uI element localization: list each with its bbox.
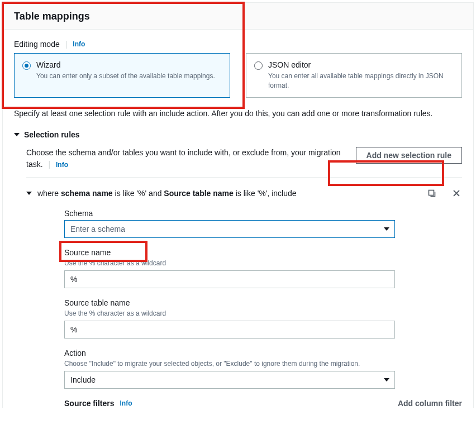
copy-rule-button[interactable] (426, 188, 437, 199)
editing-mode-info-link[interactable]: Info (73, 40, 85, 48)
source-filters-label: Source filters (64, 399, 114, 408)
action-select[interactable]: Include (64, 371, 395, 389)
action-hint: Choose "Include" to migrate your selecte… (64, 360, 395, 368)
divider (26, 177, 462, 178)
selection-rules-desc: Choose the schema and/or tables you want… (26, 148, 341, 169)
radio-icon (22, 61, 31, 70)
source-table-hint: Use the % character as a wildcard (64, 309, 395, 317)
instruction-text: Specify at least one selection rule with… (14, 109, 462, 118)
mode-json-desc: You can enter all available table mappin… (268, 72, 454, 90)
mode-wizard-title: Wizard (36, 60, 215, 69)
selection-rules-toggle[interactable]: Selection rules (14, 130, 462, 139)
source-table-label: Source table name (64, 298, 395, 307)
delete-rule-button[interactable] (451, 188, 462, 199)
source-table-input[interactable] (64, 321, 395, 339)
panel-title: Table mappings (14, 11, 462, 22)
add-column-filter-button[interactable]: Add column filter (398, 399, 462, 408)
action-select-display: Include (64, 371, 395, 389)
caret-down-icon (14, 133, 20, 136)
source-name-hint: Use the % character as a wildcard (64, 259, 395, 267)
add-selection-rule-button[interactable]: Add new selection rule (356, 147, 462, 164)
close-icon (452, 189, 461, 198)
schema-select-display: Enter a schema (64, 220, 395, 238)
editing-mode-label: Editing mode (14, 40, 60, 49)
source-filters-info-link[interactable]: Info (120, 399, 132, 407)
source-name-label: Source name (64, 248, 395, 257)
rule-toggle[interactable]: where schema name is like '%' and Source… (26, 189, 297, 198)
mode-wizard-card[interactable]: Wizard You can enter only a subset of th… (14, 53, 230, 98)
schema-label: Schema (64, 209, 395, 218)
radio-icon (254, 61, 263, 70)
svg-rect-0 (429, 190, 434, 195)
schema-select[interactable]: Enter a schema (64, 220, 395, 238)
action-label: Action (64, 349, 395, 358)
mode-json-title: JSON editor (268, 60, 454, 69)
mode-json-card[interactable]: JSON editor You can enter all available … (246, 53, 462, 98)
source-name-input[interactable] (64, 270, 395, 288)
copy-icon (427, 189, 436, 198)
mode-wizard-desc: You can enter only a subset of the avail… (36, 72, 215, 81)
caret-down-icon (26, 192, 32, 195)
selection-rules-title: Selection rules (24, 130, 80, 139)
selection-rules-info-link[interactable]: Info (56, 161, 68, 169)
rule-summary: where schema name is like '%' and Source… (37, 189, 297, 198)
